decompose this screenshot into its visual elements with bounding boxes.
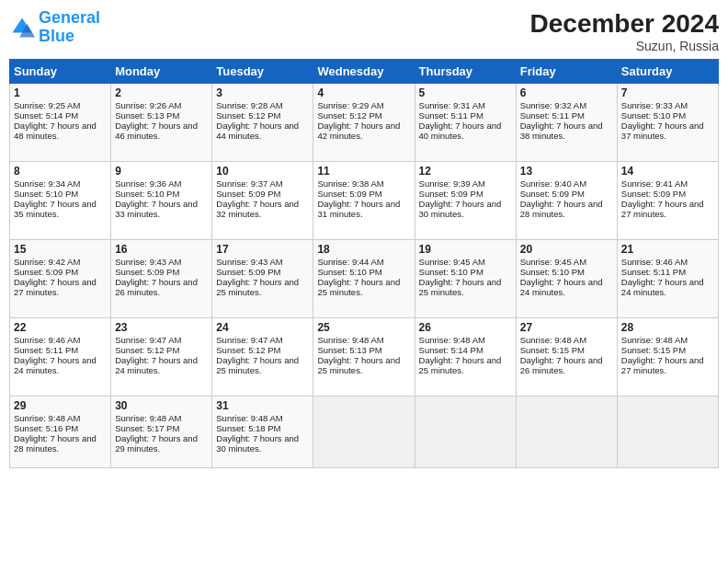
calendar-cell: 3Sunrise: 9:28 AMSunset: 5:12 PMDaylight… xyxy=(212,84,313,162)
sunrise-text: Sunrise: 9:36 AM xyxy=(115,178,208,189)
day-number: 12 xyxy=(419,165,512,178)
calendar-cell xyxy=(617,396,718,468)
daylight-text: Daylight: 7 hours and 33 minutes. xyxy=(115,199,208,219)
location: Suzun, Russia xyxy=(530,39,719,53)
daylight-text: Daylight: 7 hours and 24 minutes. xyxy=(621,277,714,297)
day-number: 17 xyxy=(216,243,309,256)
sunset-text: Sunset: 5:11 PM xyxy=(14,345,107,355)
day-number: 26 xyxy=(419,321,512,334)
week-row-5: 29Sunrise: 9:48 AMSunset: 5:16 PMDayligh… xyxy=(10,396,719,468)
sunset-text: Sunset: 5:09 PM xyxy=(419,189,512,199)
day-number: 21 xyxy=(621,243,714,256)
day-number: 9 xyxy=(115,165,208,178)
sunset-text: Sunset: 5:11 PM xyxy=(621,267,714,277)
sunrise-text: Sunrise: 9:45 AM xyxy=(419,257,512,267)
sunrise-text: Sunrise: 9:46 AM xyxy=(14,335,107,345)
header-row: SundayMondayTuesdayWednesdayThursdayFrid… xyxy=(10,60,719,84)
sunrise-text: Sunrise: 9:33 AM xyxy=(621,100,714,110)
sunrise-text: Sunrise: 9:43 AM xyxy=(115,257,208,267)
daylight-text: Daylight: 7 hours and 37 minutes. xyxy=(621,121,714,141)
sunrise-text: Sunrise: 9:47 AM xyxy=(216,335,309,345)
daylight-text: Daylight: 7 hours and 27 minutes. xyxy=(14,277,107,297)
sunset-text: Sunset: 5:14 PM xyxy=(14,110,107,121)
week-row-1: 1Sunrise: 9:25 AMSunset: 5:14 PMDaylight… xyxy=(10,84,719,162)
day-number: 18 xyxy=(317,243,410,256)
sunset-text: Sunset: 5:09 PM xyxy=(216,267,309,277)
sunrise-text: Sunrise: 9:43 AM xyxy=(216,257,309,267)
calendar-cell: 23Sunrise: 9:47 AMSunset: 5:12 PMDayligh… xyxy=(111,318,212,396)
daylight-text: Daylight: 7 hours and 35 minutes. xyxy=(14,199,107,219)
sunset-text: Sunset: 5:10 PM xyxy=(419,267,512,277)
daylight-text: Daylight: 7 hours and 27 minutes. xyxy=(621,355,714,375)
daylight-text: Daylight: 7 hours and 30 minutes. xyxy=(216,433,309,454)
sunrise-text: Sunrise: 9:42 AM xyxy=(14,257,107,267)
calendar-cell: 6Sunrise: 9:32 AMSunset: 5:11 PMDaylight… xyxy=(516,84,617,162)
daylight-text: Daylight: 7 hours and 27 minutes. xyxy=(621,199,714,219)
calendar-cell: 1Sunrise: 9:25 AMSunset: 5:14 PMDaylight… xyxy=(10,84,111,162)
day-number: 20 xyxy=(520,243,613,256)
calendar-cell: 24Sunrise: 9:47 AMSunset: 5:12 PMDayligh… xyxy=(212,318,313,396)
day-number: 28 xyxy=(621,321,714,334)
sunset-text: Sunset: 5:12 PM xyxy=(216,110,309,121)
col-header-friday: Friday xyxy=(516,60,617,84)
sunrise-text: Sunrise: 9:29 AM xyxy=(317,100,410,110)
logo-icon xyxy=(9,15,35,40)
daylight-text: Daylight: 7 hours and 25 minutes. xyxy=(216,277,309,297)
logo-line2: Blue xyxy=(39,27,74,45)
calendar-cell: 20Sunrise: 9:45 AMSunset: 5:10 PMDayligh… xyxy=(516,240,617,318)
day-number: 13 xyxy=(520,165,613,178)
calendar-cell: 25Sunrise: 9:48 AMSunset: 5:13 PMDayligh… xyxy=(313,318,415,396)
col-header-tuesday: Tuesday xyxy=(212,60,313,84)
calendar-cell: 2Sunrise: 9:26 AMSunset: 5:13 PMDaylight… xyxy=(111,84,212,162)
sunset-text: Sunset: 5:10 PM xyxy=(14,189,107,199)
daylight-text: Daylight: 7 hours and 40 minutes. xyxy=(419,121,512,141)
sunset-text: Sunset: 5:13 PM xyxy=(317,345,410,355)
calendar-cell: 19Sunrise: 9:45 AMSunset: 5:10 PMDayligh… xyxy=(415,240,516,318)
sunrise-text: Sunrise: 9:34 AM xyxy=(14,178,107,189)
sunrise-text: Sunrise: 9:48 AM xyxy=(317,335,410,345)
daylight-text: Daylight: 7 hours and 25 minutes. xyxy=(317,355,410,375)
sunrise-text: Sunrise: 9:39 AM xyxy=(419,178,512,189)
sunset-text: Sunset: 5:10 PM xyxy=(621,110,714,121)
calendar-cell: 16Sunrise: 9:43 AMSunset: 5:09 PMDayligh… xyxy=(111,240,212,318)
sunset-text: Sunset: 5:15 PM xyxy=(520,345,613,355)
day-number: 25 xyxy=(317,321,410,334)
day-number: 14 xyxy=(621,165,714,178)
sunrise-text: Sunrise: 9:25 AM xyxy=(14,100,107,110)
daylight-text: Daylight: 7 hours and 28 minutes. xyxy=(14,433,107,454)
calendar-cell: 9Sunrise: 9:36 AMSunset: 5:10 PMDaylight… xyxy=(111,162,212,240)
calendar-cell: 7Sunrise: 9:33 AMSunset: 5:10 PMDaylight… xyxy=(617,84,718,162)
day-number: 3 xyxy=(216,86,309,99)
day-number: 15 xyxy=(14,243,107,256)
daylight-text: Daylight: 7 hours and 44 minutes. xyxy=(216,121,309,141)
daylight-text: Daylight: 7 hours and 38 minutes. xyxy=(520,121,613,141)
sunset-text: Sunset: 5:11 PM xyxy=(520,110,613,121)
calendar-cell: 27Sunrise: 9:48 AMSunset: 5:15 PMDayligh… xyxy=(516,318,617,396)
sunset-text: Sunset: 5:09 PM xyxy=(317,189,410,199)
daylight-text: Daylight: 7 hours and 25 minutes. xyxy=(419,355,512,375)
daylight-text: Daylight: 7 hours and 26 minutes. xyxy=(520,355,613,375)
sunset-text: Sunset: 5:12 PM xyxy=(216,345,309,355)
sunrise-text: Sunrise: 9:40 AM xyxy=(520,178,613,189)
sunset-text: Sunset: 5:09 PM xyxy=(520,189,613,199)
sunset-text: Sunset: 5:09 PM xyxy=(216,189,309,199)
daylight-text: Daylight: 7 hours and 25 minutes. xyxy=(317,277,410,297)
sunset-text: Sunset: 5:10 PM xyxy=(317,267,410,277)
day-number: 30 xyxy=(115,399,208,412)
sunrise-text: Sunrise: 9:48 AM xyxy=(520,335,613,345)
sunrise-text: Sunrise: 9:46 AM xyxy=(621,257,714,267)
calendar-cell xyxy=(415,396,516,468)
sunset-text: Sunset: 5:09 PM xyxy=(115,267,208,277)
sunset-text: Sunset: 5:17 PM xyxy=(115,423,208,433)
col-header-monday: Monday xyxy=(111,60,212,84)
sunset-text: Sunset: 5:10 PM xyxy=(520,267,613,277)
sunset-text: Sunset: 5:13 PM xyxy=(115,110,208,121)
calendar-cell xyxy=(516,396,617,468)
calendar-cell: 22Sunrise: 9:46 AMSunset: 5:11 PMDayligh… xyxy=(10,318,111,396)
sunrise-text: Sunrise: 9:48 AM xyxy=(14,413,107,423)
col-header-sunday: Sunday xyxy=(10,60,111,84)
day-number: 1 xyxy=(14,86,107,99)
week-row-2: 8Sunrise: 9:34 AMSunset: 5:10 PMDaylight… xyxy=(10,162,719,240)
daylight-text: Daylight: 7 hours and 48 minutes. xyxy=(14,121,107,141)
daylight-text: Daylight: 7 hours and 24 minutes. xyxy=(14,355,107,375)
